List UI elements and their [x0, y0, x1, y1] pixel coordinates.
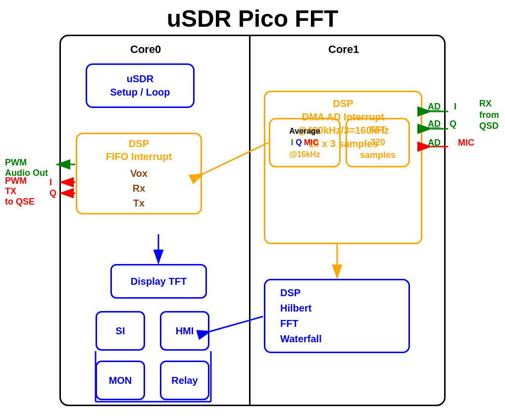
- dsp-dma-box: DSP DMA AD Interrupt @480kHz/3=160kHz 10…: [264, 91, 422, 244]
- ad-q-label: AD: [428, 119, 441, 129]
- rx-from-label: RXfromQSD: [479, 98, 499, 132]
- pwm-tx-label: PWMTXto QSE: [5, 176, 35, 207]
- usdr-box: uSDR Setup / Loop: [86, 63, 195, 108]
- dsp-h-line2: Hilbert: [280, 303, 311, 314]
- display-tft-box: Display TFT: [110, 264, 207, 299]
- dsp-fifo-line1: DSP: [129, 138, 149, 149]
- fft320-line2: 320: [370, 137, 385, 147]
- si-box: SI: [96, 311, 145, 351]
- main-container: Core0 Core1 uSDR Setup / Loop DSP FIFO I…: [59, 35, 446, 406]
- q-label: Q: [50, 188, 56, 199]
- pwm-audio-label: PWMAudio Out: [5, 158, 48, 178]
- divider: [249, 36, 251, 405]
- dsp-fifo-tx: Tx: [133, 198, 145, 209]
- core1-label: Core1: [328, 43, 359, 56]
- ad-i-label: AD: [428, 102, 441, 112]
- fft320-line1: FFT: [369, 125, 386, 135]
- dsp-hilbert-text: DSP Hilbert FFT Waterfall: [280, 285, 322, 347]
- core0-label: Core0: [130, 43, 161, 56]
- dsp-hilbert-box: DSP Hilbert FFT Waterfall: [264, 279, 410, 353]
- hmi-box: HMI: [160, 311, 209, 351]
- avg-i: I: [291, 138, 293, 147]
- usdr-line2: Setup / Loop: [110, 87, 170, 98]
- page-title: uSDR Pico FFT: [0, 0, 505, 36]
- si-label: SI: [116, 325, 125, 337]
- mon-label: MON: [109, 375, 132, 386]
- relay-box: Relay: [160, 361, 209, 400]
- average-box: Average I Q MIC @16kHz: [269, 118, 341, 167]
- i-rx-label: I: [454, 102, 456, 112]
- dsp-h-line3: FFT: [280, 318, 299, 329]
- pwm-audio-text: PWMAudio Out: [5, 158, 48, 178]
- fft320-text: FFT 320 samples: [360, 124, 396, 161]
- dsp-fifo-rx: Rx: [133, 183, 146, 194]
- ad-mic-ext-label: AD: [428, 138, 441, 148]
- avg-freq: @16kHz: [290, 150, 320, 158]
- svg-line-7: [210, 316, 263, 331]
- fft320-box: FFT 320 samples: [346, 118, 410, 167]
- dsp-fifo-line2: FIFO Interrupt: [106, 151, 172, 162]
- display-tft-text: Display TFT: [131, 276, 187, 287]
- avg-q-label: Q: [296, 138, 304, 147]
- i-label: I: [50, 177, 52, 188]
- svg-line-6: [203, 143, 268, 174]
- dsp-h-line1: DSP: [280, 287, 301, 298]
- dsp-dma-line1: DSP: [333, 98, 353, 109]
- dsp-h-line4: Waterfall: [280, 333, 322, 344]
- fft320-line3: samples: [360, 150, 396, 160]
- dsp-fifo-box: DSP FIFO Interrupt Vox Rx Tx: [76, 133, 202, 214]
- dsp-fifo-items: Vox Rx Tx: [130, 166, 148, 210]
- dsp-fifo-vox: Vox: [130, 168, 148, 179]
- hmi-label: HMI: [176, 325, 194, 337]
- avg-mic: MIC: [304, 138, 318, 147]
- usdr-text: uSDR Setup / Loop: [110, 72, 170, 99]
- dsp-fifo-title: DSP FIFO Interrupt: [106, 137, 172, 163]
- usdr-line1: uSDR: [127, 73, 153, 84]
- q-rx-label: Q: [450, 119, 456, 129]
- mic-label: MIC: [458, 138, 474, 148]
- relay-label: Relay: [171, 375, 198, 386]
- mon-box: MON: [96, 361, 145, 400]
- average-iq-text: Average I Q MIC @16kHz: [289, 125, 320, 160]
